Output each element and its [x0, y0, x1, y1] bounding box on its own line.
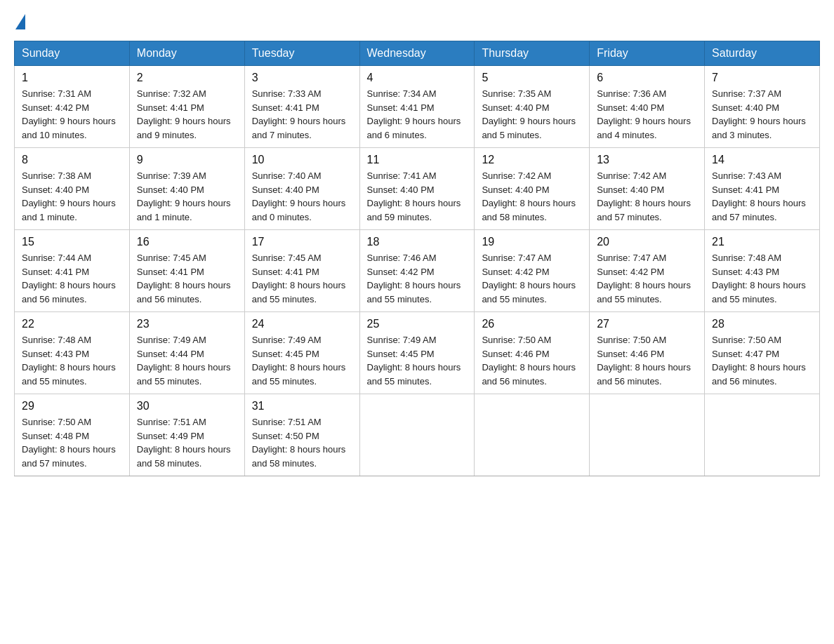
day-info: Sunrise: 7:42 AMSunset: 4:40 PMDaylight:… [597, 169, 697, 224]
day-info: Sunrise: 7:40 AMSunset: 4:40 PMDaylight:… [252, 169, 352, 224]
calendar-cell: 14 Sunrise: 7:43 AMSunset: 4:41 PMDaylig… [705, 148, 820, 230]
day-info: Sunrise: 7:35 AMSunset: 4:40 PMDaylight:… [482, 87, 582, 142]
day-info: Sunrise: 7:32 AMSunset: 4:41 PMDaylight:… [137, 87, 237, 142]
day-number: 15 [22, 236, 122, 248]
calendar-cell: 3 Sunrise: 7:33 AMSunset: 4:41 PMDayligh… [244, 66, 359, 148]
day-number: 24 [252, 318, 352, 330]
day-info: Sunrise: 7:31 AMSunset: 4:42 PMDaylight:… [22, 87, 122, 142]
calendar-cell: 17 Sunrise: 7:45 AMSunset: 4:41 PMDaylig… [244, 230, 359, 312]
day-of-week-header: Tuesday [244, 41, 359, 66]
calendar-cell [705, 394, 820, 476]
day-info: Sunrise: 7:34 AMSunset: 4:41 PMDaylight:… [367, 87, 468, 142]
day-info: Sunrise: 7:51 AMSunset: 4:50 PMDaylight:… [252, 415, 352, 470]
day-info: Sunrise: 7:38 AMSunset: 4:40 PMDaylight:… [22, 169, 122, 224]
day-number: 13 [597, 154, 697, 166]
calendar-cell: 31 Sunrise: 7:51 AMSunset: 4:50 PMDaylig… [244, 394, 359, 476]
day-number: 7 [712, 72, 812, 84]
calendar-cell: 25 Sunrise: 7:49 AMSunset: 4:45 PMDaylig… [359, 312, 475, 394]
calendar-cell: 19 Sunrise: 7:47 AMSunset: 4:42 PMDaylig… [475, 230, 590, 312]
day-info: Sunrise: 7:45 AMSunset: 4:41 PMDaylight:… [252, 251, 352, 306]
day-number: 5 [482, 72, 582, 84]
day-info: Sunrise: 7:36 AMSunset: 4:40 PMDaylight:… [597, 87, 697, 142]
calendar-table: SundayMondayTuesdayWednesdayThursdayFrid… [14, 41, 820, 476]
calendar-week-row: 22 Sunrise: 7:48 AMSunset: 4:43 PMDaylig… [15, 312, 820, 394]
day-of-week-header: Monday [129, 41, 244, 66]
day-number: 27 [597, 318, 697, 330]
day-number: 8 [22, 154, 122, 166]
day-info: Sunrise: 7:48 AMSunset: 4:43 PMDaylight:… [22, 333, 122, 388]
calendar-cell: 6 Sunrise: 7:36 AMSunset: 4:40 PMDayligh… [590, 66, 705, 148]
day-info: Sunrise: 7:46 AMSunset: 4:42 PMDaylight:… [367, 251, 468, 306]
day-of-week-header: Thursday [475, 41, 590, 66]
day-info: Sunrise: 7:37 AMSunset: 4:40 PMDaylight:… [712, 87, 812, 142]
calendar-week-row: 29 Sunrise: 7:50 AMSunset: 4:48 PMDaylig… [15, 394, 820, 476]
day-info: Sunrise: 7:47 AMSunset: 4:42 PMDaylight:… [597, 251, 697, 306]
day-info: Sunrise: 7:45 AMSunset: 4:41 PMDaylight:… [137, 251, 237, 306]
day-number: 4 [367, 72, 468, 84]
day-info: Sunrise: 7:49 AMSunset: 4:44 PMDaylight:… [137, 333, 237, 388]
day-number: 14 [712, 154, 812, 166]
day-number: 17 [252, 236, 352, 248]
day-number: 30 [137, 400, 237, 412]
day-number: 9 [137, 154, 237, 166]
day-number: 21 [712, 236, 812, 248]
day-number: 18 [367, 236, 468, 248]
day-of-week-header: Sunday [15, 41, 130, 66]
calendar-cell: 5 Sunrise: 7:35 AMSunset: 4:40 PMDayligh… [475, 66, 590, 148]
calendar-cell: 29 Sunrise: 7:50 AMSunset: 4:48 PMDaylig… [15, 394, 130, 476]
day-info: Sunrise: 7:43 AMSunset: 4:41 PMDaylight:… [712, 169, 812, 224]
logo [14, 14, 25, 29]
day-number: 10 [252, 154, 352, 166]
day-number: 1 [22, 72, 122, 84]
day-info: Sunrise: 7:49 AMSunset: 4:45 PMDaylight:… [367, 333, 468, 388]
day-number: 19 [482, 236, 582, 248]
page-header [14, 14, 820, 29]
day-number: 31 [252, 400, 352, 412]
calendar-cell: 11 Sunrise: 7:41 AMSunset: 4:40 PMDaylig… [359, 148, 475, 230]
calendar-cell: 22 Sunrise: 7:48 AMSunset: 4:43 PMDaylig… [15, 312, 130, 394]
logo-triangle-icon [15, 14, 25, 29]
calendar-cell: 7 Sunrise: 7:37 AMSunset: 4:40 PMDayligh… [705, 66, 820, 148]
calendar-cell: 16 Sunrise: 7:45 AMSunset: 4:41 PMDaylig… [129, 230, 244, 312]
day-of-week-header: Wednesday [359, 41, 475, 66]
day-number: 26 [482, 318, 582, 330]
day-number: 16 [137, 236, 237, 248]
day-info: Sunrise: 7:33 AMSunset: 4:41 PMDaylight:… [252, 87, 352, 142]
calendar-cell [475, 394, 590, 476]
calendar-header-row: SundayMondayTuesdayWednesdayThursdayFrid… [15, 41, 820, 66]
day-number: 20 [597, 236, 697, 248]
calendar-cell: 20 Sunrise: 7:47 AMSunset: 4:42 PMDaylig… [590, 230, 705, 312]
calendar-cell: 9 Sunrise: 7:39 AMSunset: 4:40 PMDayligh… [129, 148, 244, 230]
calendar-week-row: 8 Sunrise: 7:38 AMSunset: 4:40 PMDayligh… [15, 148, 820, 230]
day-info: Sunrise: 7:50 AMSunset: 4:47 PMDaylight:… [712, 333, 812, 388]
day-info: Sunrise: 7:41 AMSunset: 4:40 PMDaylight:… [367, 169, 468, 224]
day-number: 29 [22, 400, 122, 412]
day-info: Sunrise: 7:39 AMSunset: 4:40 PMDaylight:… [137, 169, 237, 224]
day-number: 11 [367, 154, 468, 166]
calendar-cell: 15 Sunrise: 7:44 AMSunset: 4:41 PMDaylig… [15, 230, 130, 312]
calendar-cell: 28 Sunrise: 7:50 AMSunset: 4:47 PMDaylig… [705, 312, 820, 394]
day-number: 23 [137, 318, 237, 330]
calendar-cell: 30 Sunrise: 7:51 AMSunset: 4:49 PMDaylig… [129, 394, 244, 476]
calendar-cell: 8 Sunrise: 7:38 AMSunset: 4:40 PMDayligh… [15, 148, 130, 230]
calendar-cell [359, 394, 475, 476]
day-info: Sunrise: 7:42 AMSunset: 4:40 PMDaylight:… [482, 169, 582, 224]
calendar-cell: 18 Sunrise: 7:46 AMSunset: 4:42 PMDaylig… [359, 230, 475, 312]
day-number: 3 [252, 72, 352, 84]
calendar-cell: 2 Sunrise: 7:32 AMSunset: 4:41 PMDayligh… [129, 66, 244, 148]
day-info: Sunrise: 7:47 AMSunset: 4:42 PMDaylight:… [482, 251, 582, 306]
day-info: Sunrise: 7:51 AMSunset: 4:49 PMDaylight:… [137, 415, 237, 470]
calendar-week-row: 15 Sunrise: 7:44 AMSunset: 4:41 PMDaylig… [15, 230, 820, 312]
calendar-cell: 13 Sunrise: 7:42 AMSunset: 4:40 PMDaylig… [590, 148, 705, 230]
calendar-cell: 4 Sunrise: 7:34 AMSunset: 4:41 PMDayligh… [359, 66, 475, 148]
day-number: 2 [137, 72, 237, 84]
calendar-cell: 10 Sunrise: 7:40 AMSunset: 4:40 PMDaylig… [244, 148, 359, 230]
calendar-cell [590, 394, 705, 476]
day-number: 22 [22, 318, 122, 330]
day-info: Sunrise: 7:50 AMSunset: 4:48 PMDaylight:… [22, 415, 122, 470]
day-number: 25 [367, 318, 468, 330]
calendar-cell: 21 Sunrise: 7:48 AMSunset: 4:43 PMDaylig… [705, 230, 820, 312]
day-info: Sunrise: 7:50 AMSunset: 4:46 PMDaylight:… [482, 333, 582, 388]
calendar-week-row: 1 Sunrise: 7:31 AMSunset: 4:42 PMDayligh… [15, 66, 820, 148]
day-info: Sunrise: 7:49 AMSunset: 4:45 PMDaylight:… [252, 333, 352, 388]
